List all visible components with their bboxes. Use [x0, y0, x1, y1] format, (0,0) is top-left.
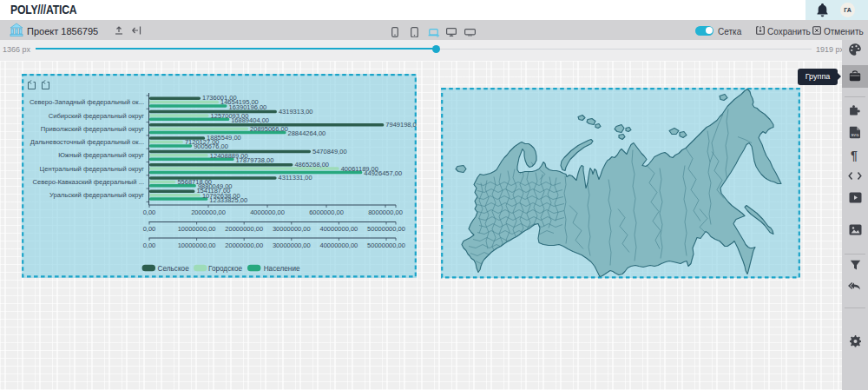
svg-text:Сибирский федеральный округ: Сибирский федеральный округ	[49, 112, 145, 120]
svg-text:50000000,00: 50000000,00	[367, 225, 405, 233]
svg-text:6000000,00: 6000000,00	[309, 208, 344, 216]
svg-text:40000000,00: 40000000,00	[320, 225, 358, 233]
svg-text:9005676,00: 9005676,00	[194, 142, 228, 150]
svg-text:Центральный федеральный округ: Центральный федеральный округ	[40, 165, 145, 173]
svg-text:Южный федеральный округ: Южный федеральный округ	[58, 151, 144, 159]
svg-text:Население: Население	[264, 265, 300, 273]
svg-text:4865268,00: 4865268,00	[294, 161, 329, 169]
svg-text:30000000,00: 30000000,00	[273, 241, 311, 249]
svg-text:SVG: SVG	[852, 133, 859, 137]
svg-text:0,00: 0,00	[143, 225, 156, 233]
svg-text:10000000,00: 10000000,00	[178, 225, 216, 233]
svg-text:Сельское: Сельское	[158, 265, 190, 273]
svg-text:Приволжский федеральный округ: Приволжский федеральный округ	[41, 125, 144, 133]
svg-text:4319313,00: 4319313,00	[279, 108, 313, 116]
svg-text:8000000,00: 8000000,00	[368, 208, 403, 216]
svg-text:17879738,00: 17879738,00	[236, 156, 274, 164]
svg-text:0,00: 0,00	[143, 241, 156, 249]
svg-text:Городское: Городское	[208, 265, 242, 273]
svg-text:16390196,00: 16390196,00	[229, 103, 267, 111]
svg-text:Северо-Кавказский федеральный: Северо-Кавказский федеральный ...	[33, 178, 144, 186]
svg-text:20000000,00: 20000000,00	[225, 241, 263, 249]
svg-text:4311331,00: 4311331,00	[279, 174, 312, 182]
svg-text:Уральский федеральный округ: Уральский федеральный округ	[49, 191, 144, 199]
svg-text:4000000,00: 4000000,00	[250, 208, 285, 216]
svg-text:40000000,00: 40000000,00	[320, 241, 358, 249]
svg-text:5470849,00: 5470849,00	[312, 148, 347, 155]
svg-text:16889404,00: 16889404,00	[231, 116, 269, 124]
svg-text:0,00: 0,00	[143, 208, 156, 216]
svg-text:50000000,00: 50000000,00	[367, 241, 405, 249]
svg-text:10000000,00: 10000000,00	[178, 241, 216, 249]
svg-text:28844264,00: 28844264,00	[288, 129, 326, 137]
svg-text:7949198,00: 7949198,00	[385, 121, 417, 129]
svg-text:Дальневосточный федеральный ок: Дальневосточный федеральный ок...	[30, 138, 144, 146]
svg-text:20000000,00: 20000000,00	[225, 225, 263, 233]
svg-text:30000000,00: 30000000,00	[273, 225, 311, 233]
svg-text:Северо-Западный федеральный ок: Северо-Западный федеральный ок...	[30, 98, 144, 106]
svg-text:20895066,00: 20895066,00	[250, 125, 288, 133]
svg-text:12333825,00: 12333825,00	[209, 196, 247, 204]
svg-text:44926457,00: 44926457,00	[364, 169, 402, 177]
svg-text:2000000,00: 2000000,00	[191, 208, 226, 216]
